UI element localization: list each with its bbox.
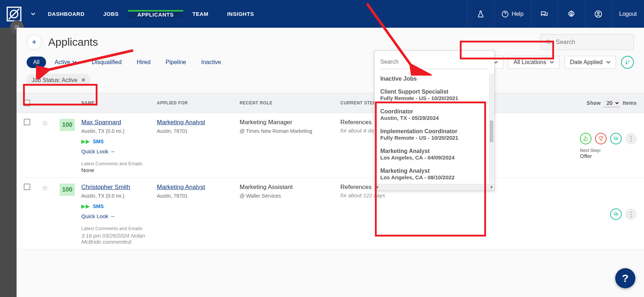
dropdown-scrollbar-horizontal[interactable] bbox=[375, 184, 494, 190]
filter-all[interactable]: All bbox=[27, 57, 46, 68]
filter-active[interactable]: Active bbox=[48, 57, 83, 68]
job-location-date: Los Angeles, CA - 08/10/2022 bbox=[380, 174, 489, 180]
table-row: ☆ 100 Christopher Smith Austin, TX (0.0 … bbox=[17, 178, 644, 249]
sort-button[interactable] bbox=[621, 56, 634, 69]
star-icon[interactable]: ☆ bbox=[42, 119, 48, 127]
search-input[interactable] bbox=[556, 39, 629, 46]
jobs-dropdown-search[interactable] bbox=[380, 55, 489, 69]
table-row: ☆ 100 Max Spannard Austin, TX (0.0 mi.) … bbox=[17, 113, 644, 178]
logout-link[interactable]: Logout bbox=[612, 0, 644, 28]
profile-icon[interactable] bbox=[585, 0, 612, 28]
match-score: 100 bbox=[60, 119, 75, 131]
sms-icon: ▶▶ bbox=[81, 203, 90, 210]
filter-inactive[interactable]: Inactive bbox=[195, 57, 227, 68]
filter-hired[interactable]: Hired bbox=[130, 57, 157, 68]
left-rail bbox=[0, 28, 17, 297]
chip-remove-icon[interactable]: ✕ bbox=[81, 77, 86, 84]
message-button[interactable] bbox=[610, 208, 622, 220]
show-label: Show bbox=[587, 100, 601, 106]
applicant-name-link[interactable]: Christopher Smith bbox=[81, 184, 130, 190]
svg-point-4 bbox=[570, 13, 572, 15]
nav-team[interactable]: TEAM bbox=[183, 11, 218, 17]
svg-point-6 bbox=[597, 12, 599, 14]
filter-chip-job-status[interactable]: Job Status: Active ✕ bbox=[27, 74, 91, 86]
row-checkbox[interactable] bbox=[24, 119, 30, 125]
chat-icon[interactable] bbox=[531, 0, 558, 28]
dropdown-job-item[interactable]: Implementation CoordinatorFully Remote -… bbox=[380, 125, 489, 144]
col-name: NAME bbox=[81, 100, 157, 105]
match-score: 100 bbox=[60, 184, 75, 196]
top-nav: DASHBOARD JOBS APPLICANTS TEAM INSIGHTS … bbox=[0, 0, 644, 28]
message-button[interactable] bbox=[610, 133, 622, 144]
applied-for-link[interactable]: Marketing Analyst bbox=[157, 184, 205, 190]
col-applied-for: APPLIED FOR bbox=[157, 100, 240, 105]
nav-applicants[interactable]: APPLICANTS bbox=[128, 10, 183, 18]
latest-comments-label: Latest Comments and Emails bbox=[81, 161, 157, 166]
dropdown-job-item[interactable]: Marketing AnalystLos Angeles, CA - 04/09… bbox=[380, 144, 489, 164]
sms-link[interactable]: SMS bbox=[93, 203, 104, 209]
star-icon[interactable]: ☆ bbox=[42, 184, 48, 192]
sms-icon: ▶▶ bbox=[81, 138, 90, 145]
page-title: Applicants bbox=[48, 36, 98, 48]
row-menu-button[interactable]: ⋮ bbox=[625, 133, 637, 144]
search-box[interactable] bbox=[540, 34, 634, 50]
applicant-location: Austin, TX (0.0 mi.) bbox=[81, 128, 157, 134]
dropdown-job-item[interactable]: CoordinatorAustin, TX - 05/29/2024 bbox=[380, 105, 489, 125]
job-location-date: Los Angeles, CA - 04/09/2024 bbox=[380, 154, 489, 161]
all-locations-dropdown[interactable]: All Locations bbox=[508, 56, 560, 69]
help-bubble[interactable]: ? bbox=[615, 268, 635, 288]
org-dropdown[interactable] bbox=[28, 13, 38, 15]
thumbs-up-button[interactable] bbox=[580, 133, 591, 144]
select-all-checkbox[interactable] bbox=[24, 100, 30, 106]
chevron-down-icon bbox=[550, 61, 554, 64]
flask-icon[interactable] bbox=[467, 0, 494, 28]
filter-disqualified[interactable]: Disqualified bbox=[85, 57, 128, 68]
job-title: Client Support Specialist bbox=[380, 89, 489, 95]
add-applicant-button[interactable]: + bbox=[27, 35, 42, 50]
job-title: Marketing Analyst bbox=[380, 148, 489, 154]
next-step-value: Offer bbox=[580, 153, 637, 159]
quick-look-link[interactable]: Quick Look → bbox=[81, 213, 157, 219]
page-size-select[interactable]: 20 bbox=[604, 99, 620, 107]
nav-dashboard[interactable]: DASHBOARD bbox=[38, 11, 94, 17]
chevron-down-icon bbox=[606, 61, 611, 64]
job-title: Implementation Coordinator bbox=[380, 128, 489, 135]
applicant-location: Austin, TX (0.0 mi.) bbox=[81, 193, 157, 199]
recent-role-company: @ Times New Roman Marketing bbox=[240, 128, 340, 134]
latest-comments-label: Latest Comments and Emails bbox=[81, 226, 157, 231]
chevron-down-icon bbox=[72, 61, 77, 64]
main-content: + Applicants All Active Disqualified Hir… bbox=[17, 28, 644, 297]
svg-point-8 bbox=[17, 26, 17, 27]
col-recent-role: RECENT ROLE bbox=[240, 100, 340, 105]
sms-link[interactable]: SMS bbox=[93, 139, 104, 144]
job-title: Marketing Analyst bbox=[380, 168, 489, 174]
gear-icon[interactable] bbox=[558, 0, 585, 28]
quick-look-link[interactable]: Quick Look → bbox=[81, 148, 157, 154]
recent-role: Marketing Manager bbox=[240, 119, 340, 126]
dropdown-job-item[interactable]: Client Support SpecialistFully Remote - … bbox=[380, 85, 489, 105]
date-applied-dropdown[interactable]: Date Applied bbox=[564, 56, 616, 69]
nav-jobs[interactable]: JOBS bbox=[94, 11, 128, 17]
recent-role: Marketing Assistant bbox=[240, 184, 340, 191]
help-link[interactable]: Help bbox=[494, 0, 531, 28]
latest-comments-text: None bbox=[81, 167, 157, 173]
step-duration: for about 122 days bbox=[340, 192, 448, 198]
row-checkbox[interactable] bbox=[24, 184, 30, 190]
svg-point-10 bbox=[547, 40, 550, 43]
svg-point-7 bbox=[15, 28, 15, 29]
applied-location: Austin, 78701 bbox=[157, 128, 240, 134]
logo[interactable] bbox=[0, 6, 28, 22]
row-menu-button[interactable]: ⋮ bbox=[625, 208, 637, 220]
svg-line-11 bbox=[549, 43, 551, 44]
job-location-date: Austin, TX - 05/29/2024 bbox=[380, 115, 489, 121]
filter-pipeline[interactable]: Pipeline bbox=[159, 57, 192, 68]
latest-comments-text: 3:16 pm 03/26/2024 Nolan McBride comment… bbox=[81, 233, 157, 245]
thumbs-down-button[interactable] bbox=[595, 133, 607, 144]
applicant-name-link[interactable]: Max Spannard bbox=[81, 119, 121, 126]
search-icon bbox=[546, 39, 552, 45]
dropdown-job-item[interactable]: Marketing AnalystLos Angeles, CA - 08/10… bbox=[380, 164, 489, 184]
applied-for-link[interactable]: Marketing Analyst bbox=[157, 119, 205, 126]
help-label: Help bbox=[512, 11, 523, 17]
dropdown-scrollbar-vertical[interactable] bbox=[489, 74, 494, 183]
nav-insights[interactable]: INSIGHTS bbox=[218, 11, 263, 17]
